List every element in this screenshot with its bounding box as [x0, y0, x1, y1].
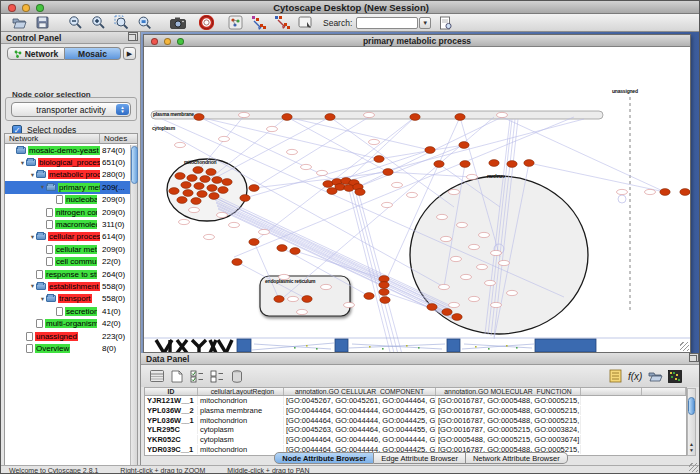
- network-name[interactable]: biological_process: [38, 158, 100, 167]
- import-attributes-icon[interactable]: [647, 368, 663, 384]
- expander-icon[interactable]: ▼: [29, 172, 36, 178]
- float-panel-icon[interactable]: [128, 34, 136, 41]
- graph-node[interactable]: [680, 189, 690, 196]
- graph-node[interactable]: [344, 185, 354, 192]
- column-header[interactable]: _cellularLayoutRegion: [198, 388, 284, 395]
- zoom-out-icon[interactable]: [67, 15, 84, 31]
- search-options-icon[interactable]: [437, 15, 454, 31]
- save-icon[interactable]: [34, 15, 51, 31]
- float-data-panel-icon[interactable]: [689, 355, 697, 362]
- graph-node[interactable]: [325, 114, 335, 121]
- network-name[interactable]: nucleobase-: [65, 195, 97, 204]
- tree-row[interactable]: multi-organism pro42(0): [5, 317, 137, 329]
- attribute-matrix-icon[interactable]: [667, 368, 683, 384]
- graph-node[interactable]: [232, 259, 242, 266]
- graph-node[interactable]: [240, 195, 250, 202]
- strip-node[interactable]: [335, 339, 348, 352]
- node-color-dropdown[interactable]: transporter activity ▲▼: [11, 102, 131, 117]
- table-scrollbar-thumb[interactable]: [688, 397, 695, 415]
- tab-node-attribute-browser[interactable]: Node Attribute Browser: [274, 452, 374, 464]
- strip-node[interactable]: [535, 339, 596, 352]
- graph-node[interactable]: [218, 187, 228, 194]
- graph-node[interactable]: [187, 175, 197, 182]
- network-name[interactable]: primary metabo: [58, 183, 100, 192]
- graph-node[interactable]: [442, 309, 452, 316]
- network-name[interactable]: nitrogen compo: [55, 208, 97, 217]
- tree-row[interactable]: nucleobase-209(0): [5, 194, 137, 206]
- select-attributes-icon[interactable]: [189, 368, 205, 384]
- graph-node[interactable]: [507, 161, 517, 168]
- network-name[interactable]: Overview: [35, 344, 70, 353]
- graph-node[interactable]: [249, 185, 259, 192]
- graph-node[interactable]: [302, 296, 312, 303]
- network-name[interactable]: mosaic-demo-yeast: [28, 146, 100, 155]
- graph-node[interactable]: [207, 185, 217, 192]
- graph-node[interactable]: [277, 245, 287, 252]
- graph-node[interactable]: [212, 177, 222, 184]
- expander-icon[interactable]: ▼: [39, 184, 46, 190]
- tree-row[interactable]: response to stimulu264(0): [5, 268, 137, 280]
- zoom-fit-icon[interactable]: [136, 15, 153, 31]
- graph-node[interactable]: [191, 198, 201, 205]
- graph-node[interactable]: [200, 176, 210, 183]
- graph-node[interactable]: [660, 189, 670, 196]
- network-window-titlebar[interactable]: primary metabolic process: [144, 35, 690, 47]
- graph-node[interactable]: [383, 169, 393, 176]
- graph-node[interactable]: [380, 297, 390, 304]
- formula-icon[interactable]: f(x): [627, 368, 643, 384]
- more-tabs-arrow[interactable]: ▶: [123, 47, 136, 60]
- table-row[interactable]: YLR295Ccytoplasm[GO:0045263, GO:0044464,…: [145, 425, 686, 435]
- network-name[interactable]: macromolecule: [55, 220, 97, 229]
- graph-node[interactable]: [282, 114, 292, 121]
- tree-row[interactable]: unassigned223(0): [5, 330, 137, 342]
- graph-node[interactable]: [460, 161, 470, 168]
- graph-node[interactable]: [222, 179, 232, 186]
- graph-node[interactable]: [379, 282, 389, 289]
- attribute-list-icon[interactable]: [607, 368, 623, 384]
- nodes-column-header[interactable]: Nodes: [100, 134, 127, 143]
- strip-node[interactable]: [447, 339, 460, 352]
- graph-node[interactable]: [175, 173, 185, 180]
- column-header[interactable]: ID: [145, 388, 198, 395]
- table-row[interactable]: YKR052Ccytoplasm[GO:0044464, GO:0044446,…: [145, 435, 686, 445]
- graph-node[interactable]: [379, 289, 389, 296]
- tree-row[interactable]: mosaic-demo-yeast874(0): [5, 144, 137, 156]
- tree-row[interactable]: macromolecule311(0): [5, 218, 137, 230]
- graph-node[interactable]: [274, 296, 284, 303]
- network-name[interactable]: cell communicat: [55, 257, 97, 266]
- graph-node[interactable]: [374, 156, 384, 163]
- tab-network-attribute-browser[interactable]: Network Attribute Browser: [466, 452, 568, 464]
- table-row[interactable]: YJR121W__1mitochondrion[GO:0045267, GO:0…: [145, 396, 686, 406]
- tree-scrollbar-thumb[interactable]: [131, 146, 138, 184]
- graph-node[interactable]: [355, 189, 365, 196]
- graph-node[interactable]: [459, 142, 469, 149]
- column-header[interactable]: annotation.GO CELLULAR_COMPONENT: [284, 388, 436, 395]
- graph-node[interactable]: [427, 304, 437, 311]
- graph-node[interactable]: [206, 169, 216, 176]
- graph-node[interactable]: [197, 191, 207, 198]
- graph-node[interactable]: [183, 190, 193, 197]
- new-attribute-icon[interactable]: [169, 368, 185, 384]
- tree-row[interactable]: ▼primary metabo209(...: [5, 181, 137, 193]
- network-name[interactable]: secretion: [65, 307, 97, 316]
- zoom-selected-icon[interactable]: [113, 15, 130, 31]
- tree-row[interactable]: cellular metabo209(0): [5, 243, 137, 255]
- expander-icon[interactable]: ▼: [29, 283, 36, 289]
- search-dropdown-arrow[interactable]: ▼: [419, 17, 431, 29]
- graph-node[interactable]: [209, 193, 219, 200]
- tab-network[interactable]: Network: [7, 47, 65, 60]
- tree-row[interactable]: ▼transport558(0): [5, 293, 137, 305]
- unselect-attributes-icon[interactable]: [209, 368, 225, 384]
- layout-vertical-icon[interactable]: [273, 15, 290, 31]
- expander-icon[interactable]: ▼: [39, 296, 46, 302]
- help-icon[interactable]: [198, 15, 215, 31]
- graph-node[interactable]: [177, 197, 187, 204]
- network-name[interactable]: establishment of lo: [48, 282, 100, 291]
- vizmapper-icon[interactable]: [227, 15, 244, 31]
- strip-node[interactable]: [237, 339, 251, 352]
- network-canvas[interactable]: plasma membrane cytoplasm mitochondrion …: [144, 47, 690, 352]
- network-name[interactable]: unassigned: [35, 332, 78, 341]
- column-header[interactable]: annotation.GO MOLECULAR_FUNCTION: [436, 388, 581, 395]
- graph-node[interactable]: [181, 182, 191, 189]
- app-resize-grip[interactable]: [689, 463, 698, 472]
